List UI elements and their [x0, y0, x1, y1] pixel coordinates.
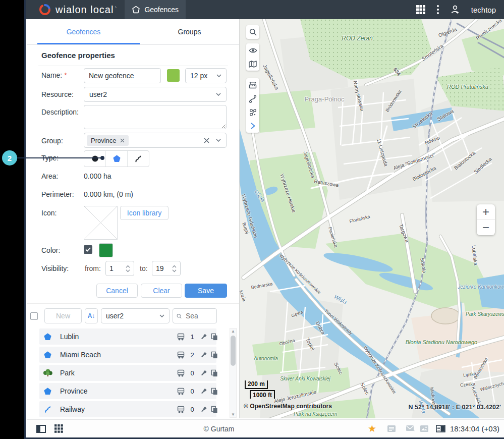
search-icon[interactable] [246, 25, 259, 39]
user-icon[interactable] [450, 5, 460, 15]
description-textarea[interactable] [84, 105, 227, 129]
scroll-up-icon[interactable]: ▲ [230, 329, 236, 334]
name-input[interactable] [84, 68, 161, 83]
zoom-out-button[interactable]: − [477, 220, 495, 235]
dashboard-icon[interactable] [436, 420, 445, 437]
list-item-lublin[interactable]: Lublin 1 [39, 328, 216, 345]
map-canvas[interactable]: ROD ŻerańRemiszewskaOlgierdaSmoleńskaROD… [239, 19, 504, 418]
topbar-tab-geofences[interactable]: Geofences [125, 0, 186, 19]
name-color-swatch[interactable] [167, 69, 180, 82]
logo-mark: ` [115, 6, 117, 13]
copy-icon[interactable] [210, 333, 218, 341]
line-type-icon [134, 155, 142, 163]
copy-icon[interactable] [210, 406, 218, 413]
geofences-panel: Geofences Groups Geofence properties Nam… [27, 19, 239, 418]
new-geofence-button[interactable]: New [44, 308, 82, 323]
icon-library-button[interactable]: Icon library [120, 206, 169, 220]
properties-wrench-icon[interactable] [200, 351, 207, 359]
layers-map-icon[interactable] [246, 57, 259, 71]
properties-wrench-icon[interactable] [200, 333, 207, 341]
search-input[interactable] [185, 311, 213, 320]
resource-filter-value: user2 [106, 312, 124, 320]
units-icon [177, 387, 185, 395]
properties-wrench-icon[interactable] [200, 388, 207, 395]
clear-button[interactable]: Clear [141, 284, 182, 298]
stepper-arrows-icon[interactable] [126, 265, 130, 272]
measure-ruler-icon[interactable] [246, 78, 259, 92]
properties-wrench-icon[interactable] [200, 369, 207, 377]
tab-geofences[interactable]: Geofences [32, 19, 135, 44]
list-item-park[interactable]: Park 0 [39, 365, 216, 381]
stepper-arrows-icon[interactable] [172, 265, 177, 272]
kebab-menu-icon[interactable] [437, 5, 439, 14]
font-size-value: 12 px [190, 72, 207, 80]
resource-select[interactable]: user2 [84, 87, 227, 102]
color-checkbox[interactable] [84, 245, 92, 254]
font-size-select[interactable]: 12 px [185, 68, 227, 83]
scale-metric: 200 m [245, 380, 268, 389]
chip-remove-icon[interactable] [120, 138, 125, 143]
copy-icon[interactable] [210, 369, 218, 377]
bottom-bar: © Gurtam ★ 18:34:04 (+03) [27, 419, 504, 437]
scroll-down-icon[interactable]: ▼ [230, 412, 236, 417]
units-icon [177, 369, 185, 377]
eye-icon[interactable] [246, 43, 259, 57]
clear-selection-icon[interactable] [204, 138, 209, 143]
zoom-in-button[interactable]: + [477, 204, 495, 220]
images-icon[interactable] [420, 420, 429, 437]
type-line-button[interactable] [128, 151, 149, 167]
copy-icon[interactable] [210, 351, 218, 359]
polygon-geofence-icon [44, 333, 51, 341]
list-item-province[interactable]: Province 0 [39, 383, 216, 399]
apps-grid-icon[interactable] [54, 420, 63, 437]
linked-points-icon[interactable] [246, 105, 259, 119]
tree-image-icon [42, 369, 53, 377]
geofence-color-swatch[interactable] [99, 243, 113, 257]
list-item-railway[interactable]: Railway 0 [39, 401, 216, 417]
sort-button[interactable]: A↓ [85, 308, 98, 323]
top-bar: wialon local` Geofences [26, 0, 504, 19]
list-scrollbar[interactable]: ▲ ▼ [230, 328, 237, 418]
group-select[interactable]: Province [84, 133, 227, 148]
search-box [173, 308, 217, 323]
list-item-miami-beach[interactable]: Miami Beach 2 [39, 347, 216, 363]
osm-attribution[interactable]: © OpenStreetMap contributors [244, 403, 332, 410]
type-polygon-button[interactable] [106, 151, 128, 167]
map-scale: 200 m 1000 ft [245, 380, 275, 399]
map-view-tools [246, 43, 259, 71]
copy-icon[interactable] [210, 388, 218, 395]
select-all-checkbox[interactable] [30, 312, 38, 320]
save-button[interactable]: Save [185, 284, 227, 298]
expand-chevron-icon[interactable] [246, 119, 259, 133]
scrollbar-thumb[interactable] [231, 336, 236, 366]
area-label: Area: [41, 172, 58, 180]
map-search-tool[interactable] [246, 25, 259, 39]
to-label: to: [140, 264, 148, 272]
polygon-type-icon [113, 155, 121, 162]
resource-value: user2 [89, 90, 107, 98]
properties-wrench-icon[interactable] [200, 406, 207, 413]
panel-toggle-icon[interactable] [36, 420, 46, 437]
map-measure-tools [246, 78, 259, 133]
visibility-from-stepper[interactable]: 1 [105, 261, 134, 276]
annotation-dot [100, 156, 104, 160]
resource-filter-select[interactable]: user2 [101, 308, 170, 323]
tab-groups[interactable]: Groups [138, 19, 239, 44]
username[interactable]: techtop [471, 6, 496, 14]
cancel-button[interactable]: Cancel [96, 284, 138, 298]
visibility-to-stepper[interactable]: 19 [152, 261, 181, 276]
chevron-down-icon [159, 314, 164, 317]
zoom-control: + − [477, 204, 495, 235]
mail-send-icon[interactable] [406, 420, 416, 437]
area-value: 0.000 ha [84, 172, 111, 180]
notes-icon[interactable] [387, 420, 396, 437]
units-count: 1 [188, 333, 197, 341]
units-count: 0 [188, 406, 197, 413]
star-icon[interactable]: ★ [368, 420, 376, 437]
group-chip[interactable]: Province [87, 135, 129, 146]
map-tiles [240, 19, 504, 418]
icon-placeholder [84, 206, 118, 240]
route-icon[interactable] [246, 92, 259, 105]
apps-grid-icon[interactable] [416, 5, 426, 15]
geofence-name: Miami Beach [60, 351, 101, 359]
